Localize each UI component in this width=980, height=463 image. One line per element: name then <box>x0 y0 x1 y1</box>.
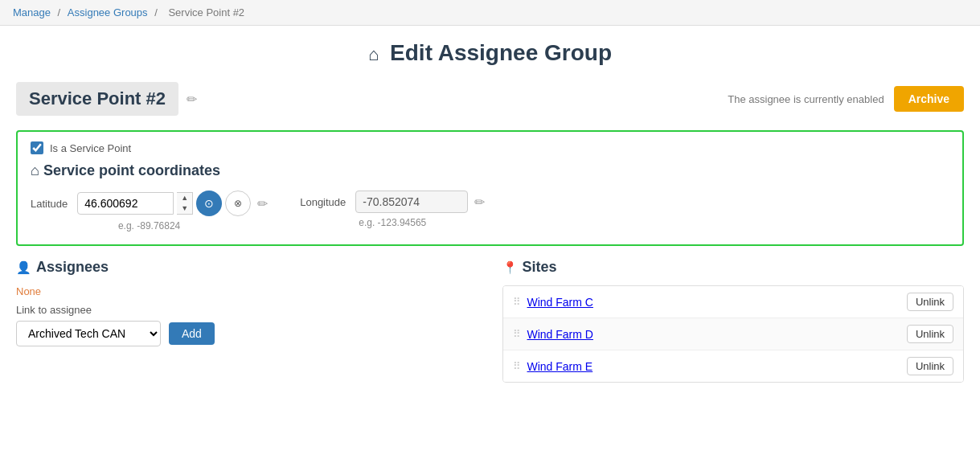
site-row: ⠿ Wind Farm C Unlink <box>503 286 964 318</box>
drag-handle-icon[interactable]: ⠿ <box>513 328 521 340</box>
page-header-icon: ⌂ <box>368 44 379 64</box>
latitude-group: Latitude ▲ ▼ ⊙ ⊗ ✏ e.g. -89.76824 <box>31 191 268 232</box>
sites-list: ⠿ Wind Farm C Unlink ⠿ Wind Farm D Unlin… <box>502 285 965 383</box>
site-row: ⠿ Wind Farm E Unlink <box>503 350 964 382</box>
main-content: 👤 Assignees None Link to assignee Archiv… <box>0 259 980 383</box>
sites-section-title: 📍 Sites <box>502 259 965 276</box>
is-service-point-label: Is a Service Point <box>50 142 131 154</box>
breadcrumb: Manage / Assignee Groups / Service Point… <box>0 0 980 26</box>
title-bar: Service Point #2 ✏ The assignee is curre… <box>0 76 980 124</box>
assignees-none-text: None <box>16 285 478 297</box>
latitude-down-btn[interactable]: ▼ <box>177 203 192 214</box>
unlink-button[interactable]: Unlink <box>907 293 953 311</box>
page-title: Edit Assignee Group <box>390 40 612 65</box>
sites-panel: 📍 Sites ⠿ Wind Farm C Unlink ⠿ Wind Farm… <box>502 259 965 383</box>
latitude-reset-btn[interactable]: ⊗ <box>225 191 251 216</box>
page-header: ⌂ Edit Assignee Group <box>0 26 980 76</box>
site-name-link[interactable]: Wind Farm C <box>527 296 593 309</box>
assignees-section-title: 👤 Assignees <box>16 259 478 276</box>
latitude-input[interactable] <box>77 192 174 215</box>
unlink-button[interactable]: Unlink <box>907 357 953 375</box>
breadcrumb-current: Service Point #2 <box>168 6 244 18</box>
longitude-hint: e.g. -123.94565 <box>359 217 426 228</box>
drag-handle-icon[interactable]: ⠿ <box>513 296 521 308</box>
latitude-label: Latitude <box>31 198 68 210</box>
latitude-hint: e.g. -89.76824 <box>118 220 180 232</box>
is-service-point-row: Is a Service Point <box>31 141 949 154</box>
latitude-target-btn[interactable]: ⊙ <box>196 191 222 216</box>
coords-title: ⌂ Service point coordinates <box>31 162 949 179</box>
breadcrumb-assignee-groups[interactable]: Assignee Groups <box>68 6 148 18</box>
site-name-link[interactable]: Wind Farm E <box>527 360 593 373</box>
sites-icon: 📍 <box>502 260 518 275</box>
coords-row: Latitude ▲ ▼ ⊙ ⊗ ✏ e.g. -89.76824 Longit… <box>31 191 949 232</box>
site-row: ⠿ Wind Farm D Unlink <box>503 318 964 350</box>
latitude-up-btn[interactable]: ▲ <box>177 193 192 203</box>
assignees-icon: 👤 <box>16 260 31 275</box>
longitude-label: Longitude <box>300 196 346 208</box>
breadcrumb-manage[interactable]: Manage <box>13 6 51 18</box>
latitude-edit-icon[interactable]: ✏ <box>257 196 268 211</box>
service-point-box: Is a Service Point ⌂ Service point coord… <box>16 130 964 246</box>
drag-handle-icon[interactable]: ⠿ <box>513 360 521 372</box>
link-to-assignee-label: Link to assignee <box>16 304 478 316</box>
longitude-edit-icon[interactable]: ✏ <box>474 195 485 210</box>
latitude-spinners: ▲ ▼ <box>177 192 193 215</box>
unlink-button[interactable]: Unlink <box>907 325 953 343</box>
coords-icon: ⌂ <box>31 162 39 178</box>
assignee-dropdown[interactable]: Archived Tech CAN <box>16 321 161 346</box>
longitude-input[interactable] <box>355 191 468 213</box>
assignees-panel: 👤 Assignees None Link to assignee Archiv… <box>16 259 502 383</box>
assignee-add-row: Archived Tech CAN Add <box>16 321 478 346</box>
edit-pencil-icon[interactable]: ✏ <box>187 92 197 107</box>
longitude-group: Longitude ✏ e.g. -123.94565 <box>300 191 485 228</box>
site-name-link[interactable]: Wind Farm D <box>527 328 593 341</box>
is-service-point-checkbox[interactable] <box>31 141 43 154</box>
enabled-status-text: The assignee is currently enabled <box>728 93 884 105</box>
group-title: Service Point #2 <box>16 82 178 116</box>
archive-button[interactable]: Archive <box>894 86 964 112</box>
add-assignee-button[interactable]: Add <box>169 322 215 345</box>
